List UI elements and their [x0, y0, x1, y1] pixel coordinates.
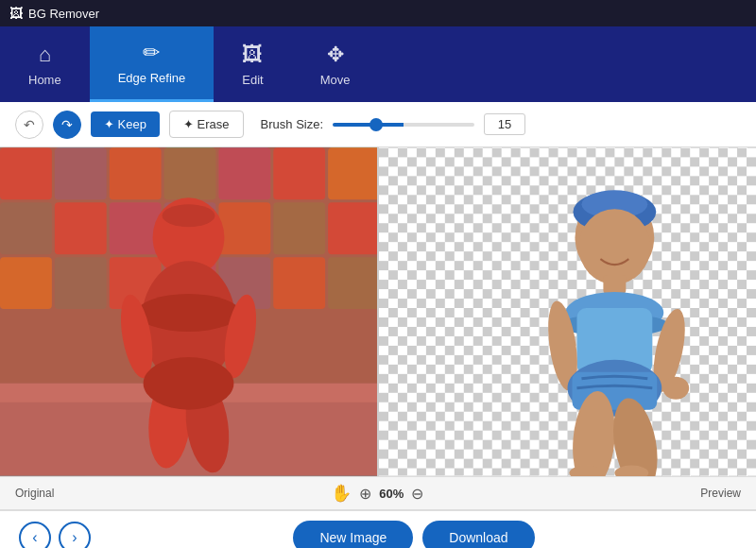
- brush-size-label: Brush Size:: [261, 117, 323, 131]
- zoom-in-icon[interactable]: ⊕: [359, 485, 371, 503]
- next-arrow-icon: ›: [72, 529, 77, 546]
- download-label: Download: [449, 530, 507, 545]
- preview-svg: [379, 147, 756, 476]
- original-svg: [0, 147, 377, 476]
- original-image: [0, 147, 377, 476]
- svg-rect-44: [603, 275, 626, 294]
- undo-icon: ↶: [24, 117, 35, 132]
- brush-size-input[interactable]: 15: [484, 113, 525, 135]
- original-panel: [0, 147, 379, 476]
- nav-edge-refine-label: Edge Refine: [118, 71, 186, 85]
- preview-image: [379, 147, 756, 476]
- svg-point-26: [163, 204, 215, 227]
- next-button[interactable]: ›: [59, 522, 91, 549]
- image-area: [0, 147, 756, 476]
- redo-icon: ↷: [61, 117, 73, 132]
- nav-bar: ⌂ Home ✏ Edge Refine 🖼 Edit ✥ Move: [0, 26, 756, 102]
- toolbar: ↶ ↷ ✦ Keep ✦ Erase Brush Size: 15: [0, 102, 756, 147]
- download-button[interactable]: Download: [422, 521, 534, 549]
- preview-label: Preview: [700, 487, 741, 500]
- nav-move[interactable]: ✥ Move: [292, 26, 379, 102]
- hand-tool-icon[interactable]: ✋: [331, 483, 352, 504]
- edge-refine-icon: ✏: [143, 41, 160, 65]
- new-image-button[interactable]: New Image: [293, 521, 413, 549]
- app-icon: 🖼: [9, 6, 23, 21]
- nav-move-label: Move: [320, 73, 351, 87]
- nav-edge-refine[interactable]: ✏ Edge Refine: [90, 26, 215, 102]
- new-image-label: New Image: [319, 530, 387, 545]
- original-label: Original: [15, 487, 54, 500]
- keep-label: ✦ Keep: [104, 117, 146, 131]
- edit-icon: 🖼: [242, 43, 263, 67]
- nav-edit-label: Edit: [242, 73, 263, 87]
- nav-edit[interactable]: 🖼 Edit: [214, 26, 291, 102]
- svg-point-43: [578, 209, 650, 284]
- undo-button[interactable]: ↶: [15, 111, 43, 139]
- preview-panel: [379, 147, 756, 476]
- move-icon: ✥: [327, 43, 344, 67]
- app-title: BG Remover: [28, 7, 99, 21]
- zoom-controls: ✋ ⊕ 60% ⊖: [331, 483, 423, 504]
- status-bar: Original ✋ ⊕ 60% ⊖ Preview: [0, 476, 756, 510]
- title-bar: 🖼 BG Remover: [0, 0, 756, 26]
- prev-button[interactable]: ‹: [19, 522, 51, 549]
- brush-size-slider[interactable]: [333, 123, 474, 127]
- nav-home-label: Home: [28, 73, 61, 87]
- zoom-out-icon[interactable]: ⊖: [411, 485, 423, 503]
- zoom-percent: 60%: [379, 487, 404, 501]
- bottom-bar: ‹ › New Image Download: [0, 510, 756, 548]
- nav-home[interactable]: ⌂ Home: [0, 26, 90, 102]
- svg-point-56: [662, 377, 689, 400]
- prev-arrow-icon: ‹: [32, 529, 37, 546]
- home-icon: ⌂: [39, 43, 51, 67]
- erase-label: ✦ Erase: [183, 117, 230, 131]
- nav-arrows: ‹ ›: [19, 522, 91, 549]
- erase-button[interactable]: ✦ Erase: [169, 111, 244, 138]
- redo-button[interactable]: ↷: [53, 111, 81, 139]
- bottom-actions: New Image Download: [293, 521, 534, 549]
- svg-point-28: [137, 294, 241, 332]
- svg-point-33: [144, 357, 234, 410]
- keep-button[interactable]: ✦ Keep: [91, 111, 160, 137]
